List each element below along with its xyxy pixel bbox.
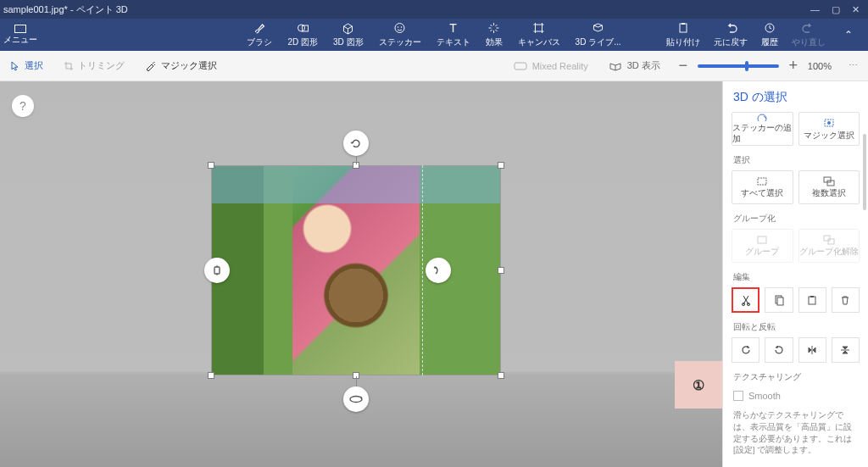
canvas-button[interactable]: キャンバス xyxy=(518,21,560,48)
ungroup-button: グループ化解除 xyxy=(798,229,860,263)
edit-section-label: 編集 xyxy=(723,263,868,287)
selection-guide xyxy=(422,165,423,375)
svg-rect-18 xyxy=(515,63,526,69)
rotate-y-handle[interactable] xyxy=(426,258,451,283)
texture-note: 滑らかなテクスチャリングでは、表示品質を「高品質」に設定する必要があります。これ… xyxy=(723,404,868,461)
sticker-icon xyxy=(393,21,407,35)
zoom-out-button[interactable]: − xyxy=(677,57,689,75)
group-button: グループ xyxy=(732,229,793,263)
magic-icon xyxy=(145,61,157,71)
redo-icon xyxy=(802,21,815,35)
rotate-cw-icon xyxy=(773,344,785,356)
undo-icon xyxy=(724,21,737,35)
rotate-section-label: 回転と反転 xyxy=(723,313,868,337)
resize-handle-tr[interactable] xyxy=(498,162,504,169)
close-button[interactable]: ✕ xyxy=(852,4,860,15)
magic-select-button[interactable]: マジック選択 xyxy=(798,112,860,146)
add-sticker-button[interactable]: ステッカーの追加 xyxy=(732,112,793,146)
rotate-ccw-button[interactable] xyxy=(732,337,760,363)
resize-handle-tl[interactable] xyxy=(208,162,214,169)
paste-button[interactable]: 貼り付け xyxy=(666,21,700,48)
expand-chevron-icon[interactable]: ⌃ xyxy=(839,29,858,41)
copy-button[interactable] xyxy=(765,287,793,313)
svg-rect-14 xyxy=(536,25,542,31)
redo-button: やり直し xyxy=(792,21,826,48)
stickers-button[interactable]: ステッカー xyxy=(379,21,421,48)
select-all-icon xyxy=(756,176,768,186)
zoom-in-button[interactable]: + xyxy=(787,57,799,75)
scrollbar[interactable] xyxy=(863,134,866,210)
svg-rect-33 xyxy=(777,297,783,305)
zoom-slider[interactable] xyxy=(698,64,779,68)
svg-line-12 xyxy=(496,25,498,26)
title-bar: sample001.jpg* - ペイント 3D — ▢ ✕ xyxy=(0,0,868,19)
help-button[interactable]: ? xyxy=(12,95,34,117)
shapes2d-icon xyxy=(296,21,309,35)
flip-v-icon xyxy=(839,344,851,356)
rotate-z-handle[interactable] xyxy=(343,131,369,156)
ribbon-tools: ブラシ 2D 図形 3D 図形 ステッカー Tテキスト 効果 キャンバス 3D … xyxy=(247,21,620,48)
selection-bounds[interactable] xyxy=(212,166,500,375)
select-all-button[interactable]: すべて選択 xyxy=(732,170,793,204)
annotation-callout: ① xyxy=(675,361,722,409)
select-section-label: 選択 xyxy=(723,146,868,170)
shapes3d-button[interactable]: 3D 図形 xyxy=(333,21,364,48)
canvas[interactable]: ? ① xyxy=(0,81,722,467)
svg-rect-24 xyxy=(758,178,766,185)
history-button[interactable]: 履歴 xyxy=(761,21,778,48)
trash-icon xyxy=(839,294,851,306)
window-title: sample001.jpg* - ペイント 3D xyxy=(3,3,128,16)
magic-select-tool[interactable]: マジック選択 xyxy=(135,51,227,81)
rotate-x-handle[interactable] xyxy=(204,258,230,283)
resize-handle-bl[interactable] xyxy=(208,372,214,379)
svg-point-3 xyxy=(398,26,399,28)
paste-button-panel[interactable] xyxy=(798,287,826,313)
svg-rect-34 xyxy=(809,297,815,304)
svg-line-13 xyxy=(491,30,492,31)
multi-select-button[interactable]: 複数選択 xyxy=(798,170,860,204)
select-tool[interactable]: 選択 xyxy=(0,51,53,81)
more-button[interactable]: ⋯ xyxy=(840,60,868,71)
maximize-button[interactable]: ▢ xyxy=(832,4,840,15)
main-area: ? ① 3D の選択 ステッカーの追加 xyxy=(0,81,868,467)
brushes-button[interactable]: ブラシ xyxy=(247,21,272,48)
library3d-button[interactable]: 3D ライブ... xyxy=(576,21,621,48)
menu-icon xyxy=(14,25,26,33)
flip-h-button[interactable] xyxy=(798,337,826,363)
crop-tool[interactable]: トリミング xyxy=(53,51,135,81)
svg-rect-28 xyxy=(824,236,830,241)
group-section-label: グループ化 xyxy=(723,204,868,229)
sticker-add-icon xyxy=(755,113,769,121)
svg-line-11 xyxy=(496,30,498,31)
cut-button[interactable] xyxy=(732,287,760,313)
ungroup-icon xyxy=(823,235,835,245)
vr-icon xyxy=(514,61,527,71)
smooth-checkbox[interactable]: Smooth xyxy=(723,387,868,404)
resize-handle-r[interactable] xyxy=(498,267,504,274)
flip-v-button[interactable] xyxy=(832,337,860,363)
delete-button[interactable] xyxy=(832,287,860,313)
effects-icon xyxy=(487,21,501,35)
selected-image[interactable] xyxy=(212,166,500,375)
text-icon: T xyxy=(447,21,460,35)
shapes2d-button[interactable]: 2D 図形 xyxy=(287,21,318,48)
depth-handle[interactable] xyxy=(343,386,369,412)
svg-rect-35 xyxy=(810,296,814,297)
paste-icon xyxy=(676,21,690,35)
resize-handle-br[interactable] xyxy=(498,372,504,379)
menu-button[interactable]: メニュー xyxy=(0,25,37,46)
library-icon xyxy=(592,21,605,35)
view3d-button[interactable]: 3D 表示 xyxy=(600,59,669,72)
crop-icon xyxy=(64,61,74,71)
mixed-reality-button[interactable]: Mixed Reality xyxy=(502,61,600,71)
sub-toolbar: 選択 トリミング マジック選択 Mixed Reality 3D 表示 − + … xyxy=(0,51,868,81)
cut-icon xyxy=(740,294,752,306)
undo-button[interactable]: 元に戻す xyxy=(714,21,748,48)
effects-button[interactable]: 効果 xyxy=(486,21,503,48)
rotate-cw-button[interactable] xyxy=(765,337,793,363)
svg-rect-29 xyxy=(828,239,834,244)
text-button[interactable]: Tテキスト xyxy=(437,21,470,48)
brush-icon xyxy=(253,21,266,35)
menu-label: メニュー xyxy=(3,34,37,46)
minimize-button[interactable]: — xyxy=(810,4,820,15)
